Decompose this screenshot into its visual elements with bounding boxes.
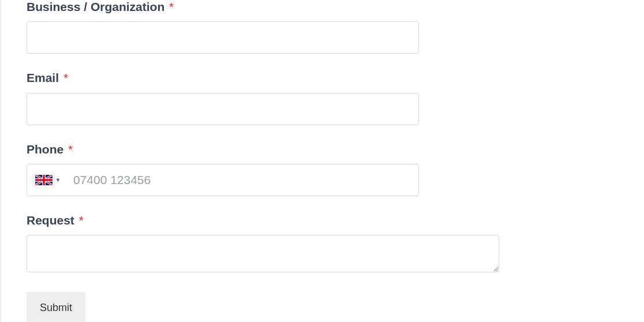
email-label: Email *	[27, 70, 617, 85]
required-indicator: *	[79, 214, 84, 227]
required-indicator: *	[63, 71, 68, 84]
email-label-text: Email	[27, 71, 59, 84]
submit-button[interactable]: Submit	[27, 292, 85, 322]
phone-input-wrapper: ▼	[27, 164, 419, 196]
phone-label: Phone *	[27, 141, 617, 157]
phone-field-group: Phone * ▼	[27, 141, 617, 196]
request-textarea[interactable]	[27, 235, 499, 272]
country-code-selector[interactable]: ▼	[27, 164, 65, 196]
business-field-group: Business / Organization *	[27, 0, 617, 54]
email-field-group: Email *	[27, 70, 617, 125]
request-label: Request *	[27, 212, 617, 228]
business-label-text: Business / Organization	[27, 0, 164, 13]
email-input[interactable]	[27, 93, 419, 125]
required-indicator: *	[169, 0, 174, 13]
phone-input[interactable]	[65, 164, 418, 196]
request-label-text: Request	[27, 214, 74, 227]
chevron-down-icon: ▼	[55, 177, 61, 183]
uk-flag-icon	[35, 175, 53, 185]
contact-form: Business / Organization * Email * Phone …	[0, 0, 644, 322]
business-input[interactable]	[27, 21, 419, 54]
page-left-border	[0, 0, 1, 322]
required-indicator: *	[68, 143, 73, 156]
phone-label-text: Phone	[27, 143, 63, 156]
request-field-group: Request *	[27, 212, 617, 275]
business-label: Business / Organization *	[27, 0, 617, 14]
